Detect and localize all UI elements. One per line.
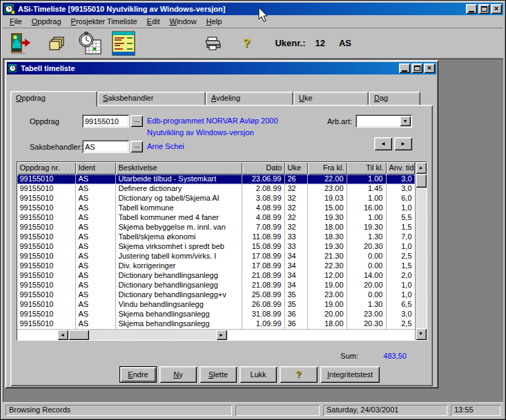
- vertical-scroll-track[interactable]: [416, 188, 427, 328]
- menu-item-oppdrag[interactable]: Oppdrag: [27, 16, 66, 27]
- table-cell: Div. korrigeringer: [116, 261, 242, 271]
- table-cell: AS: [76, 252, 116, 261]
- table-row[interactable]: 99155010ASSkjema bebyggelse m. innl. van…: [17, 223, 415, 232]
- table-row[interactable]: 99155010ASSkjema virksomhet i spredt beb…: [17, 242, 415, 252]
- stopwatch-calendar-icon[interactable]: [77, 32, 102, 55]
- table-cell: AS: [76, 300, 116, 310]
- column-header[interactable]: Ident: [76, 162, 116, 174]
- table-cell: 99155010: [17, 310, 76, 319]
- table-cell: AS: [76, 203, 116, 213]
- arbart-combobox[interactable]: ▼: [356, 114, 412, 128]
- maximize-button[interactable]: [478, 4, 489, 14]
- table-row[interactable]: 99155010ASTabell/skjema økonomi11.08.993…: [17, 232, 415, 242]
- close-button[interactable]: ×: [491, 4, 502, 14]
- scroll-down-icon[interactable]: ▼: [416, 328, 427, 340]
- ny-button[interactable]: Ny: [159, 366, 197, 383]
- tab-dag[interactable]: Dag: [369, 92, 420, 105]
- child-minimize-button[interactable]: [399, 63, 410, 73]
- table-cell: 3,0: [387, 174, 415, 184]
- table-cell: 22.30: [308, 261, 347, 271]
- table-cell: Justering tabell komm/virks. I: [116, 252, 242, 261]
- menu-item-prosjekter-timeliste[interactable]: Prosjekter Timeliste: [66, 16, 142, 27]
- table-row[interactable]: 99155010ASDictionary og tabell/Skjema AI…: [17, 194, 415, 203]
- tab-uke[interactable]: Uke: [293, 92, 369, 105]
- slette-button[interactable]: Slette: [200, 366, 237, 383]
- table-cell: 19.30: [308, 242, 347, 252]
- timesheet-icon[interactable]: [112, 31, 135, 56]
- column-header[interactable]: Anv. tid: [387, 162, 415, 174]
- column-header[interactable]: Til kl.: [347, 162, 387, 174]
- tab-saksbehandler[interactable]: Saksbehandler: [97, 92, 206, 105]
- integritetstest-button[interactable]: Integritetstest: [320, 366, 380, 383]
- table-row[interactable]: 99155010ASJustering tabell komm/virks. I…: [17, 252, 415, 261]
- copy-notes-icon[interactable]: [48, 36, 66, 51]
- table-cell: 99155010: [17, 184, 76, 194]
- table-cell: 1.09.99: [242, 319, 285, 329]
- horizontal-scrollbar[interactable]: ◄ ►: [57, 330, 227, 340]
- scroll-up-icon[interactable]: ▲: [416, 162, 427, 174]
- scroll-right-icon[interactable]: ►: [216, 330, 227, 340]
- table-cell: Skjema bebyggelse m. innl. van: [116, 223, 242, 232]
- chevron-down-icon[interactable]: ▼: [400, 116, 411, 126]
- table-row[interactable]: 99155010ASDictionary behandlingsanlegg+v…: [17, 290, 415, 300]
- tab-avdeling[interactable]: Avdeling: [206, 92, 293, 105]
- child-close-button[interactable]: ×: [424, 63, 435, 73]
- table-cell: 1.30: [347, 232, 387, 242]
- menu-item-window[interactable]: Window: [165, 16, 202, 27]
- help-icon[interactable]: ?: [243, 37, 250, 50]
- column-header[interactable]: Uke: [285, 162, 308, 174]
- table-cell: AS: [76, 319, 116, 329]
- table-cell: 4.08.99: [242, 203, 285, 213]
- table-cell: 1,5: [387, 261, 415, 271]
- table-row[interactable]: 99155010ASUtarbeide tilbud - Systemkart2…: [17, 174, 415, 184]
- next-record-button[interactable]: ►: [394, 137, 412, 150]
- table-cell: 19.03: [308, 194, 347, 203]
- table-cell: AS: [76, 290, 116, 300]
- table-row[interactable]: 99155010ASDiv. korrigeringer17.08.993422…: [17, 261, 415, 271]
- table-cell: 99155010: [17, 271, 76, 281]
- table-row[interactable]: 99155010ASTabell kommune4.08.993215.0016…: [17, 203, 415, 213]
- endre-button[interactable]: Endre: [119, 366, 157, 383]
- table-cell: 1,0: [387, 290, 415, 300]
- help-button[interactable]: ?: [280, 366, 318, 383]
- table-row[interactable]: 99155010ASDictionary behandlingsanlegg21…: [17, 281, 415, 290]
- exit-icon[interactable]: [10, 32, 33, 55]
- column-header[interactable]: Dato: [242, 162, 285, 174]
- lukk-button[interactable]: Lukk: [240, 366, 277, 383]
- column-header[interactable]: Beskrivelse: [116, 162, 242, 174]
- table-row[interactable]: 99155010ASDefinere dictionary2.08.993223…: [17, 184, 415, 194]
- print-icon[interactable]: [204, 37, 221, 50]
- child-titlebar: Tabell timeliste ×: [7, 62, 436, 74]
- horizontal-scroll-thumb[interactable]: [68, 330, 89, 340]
- child-maximize-button[interactable]: [411, 63, 422, 73]
- saksbehandler-input[interactable]: [82, 140, 129, 153]
- minimize-button[interactable]: [466, 4, 477, 14]
- saksbehandler-label: Saksbehandler:: [30, 140, 82, 153]
- table-row[interactable]: 99155010ASSkjema behandlingsanlegg31.08.…: [17, 310, 415, 319]
- table-row[interactable]: 99155010ASDictionary behandlingsanlegg21…: [17, 271, 415, 281]
- column-header[interactable]: Oppdrag nr.: [17, 162, 76, 174]
- menu-item-edit[interactable]: Edit: [142, 16, 165, 27]
- table-row[interactable]: 99155010ASVindu behandlingsanlegg26.08.9…: [17, 300, 415, 310]
- table-row[interactable]: 99155010ASSkjema behandlingsanlegg1.09.9…: [17, 319, 415, 329]
- menu-item-help[interactable]: Help: [202, 16, 227, 27]
- vertical-scrollbar[interactable]: ▲ ▼: [415, 162, 427, 340]
- child-window-icon: [8, 63, 18, 73]
- table-cell: 18.00: [308, 223, 347, 232]
- table-cell: 5,5: [387, 213, 415, 223]
- oppdrag-browse-button[interactable]: ...: [130, 115, 143, 127]
- vertical-scroll-thumb[interactable]: [416, 174, 427, 188]
- app-icon: [4, 3, 15, 14]
- table-cell: 1,5: [387, 223, 415, 232]
- table-cell: Tabell/skjema økonomi: [116, 232, 242, 242]
- column-header[interactable]: Fra kl.: [308, 162, 347, 174]
- table-cell: 4.08.99: [242, 213, 285, 223]
- scroll-left-icon[interactable]: ◄: [57, 330, 68, 340]
- prev-record-button[interactable]: ◄: [374, 137, 392, 150]
- oppdrag-input[interactable]: [82, 114, 129, 128]
- menu-item-file[interactable]: File: [5, 16, 27, 27]
- saksbehandler-browse-button[interactable]: ...: [130, 141, 143, 152]
- table-row[interactable]: 99155010ASTabell kommuner med 4 faner4.0…: [17, 213, 415, 223]
- horizontal-scroll-track[interactable]: [89, 330, 216, 340]
- tab-oppdrag[interactable]: Oppdrag: [10, 91, 97, 106]
